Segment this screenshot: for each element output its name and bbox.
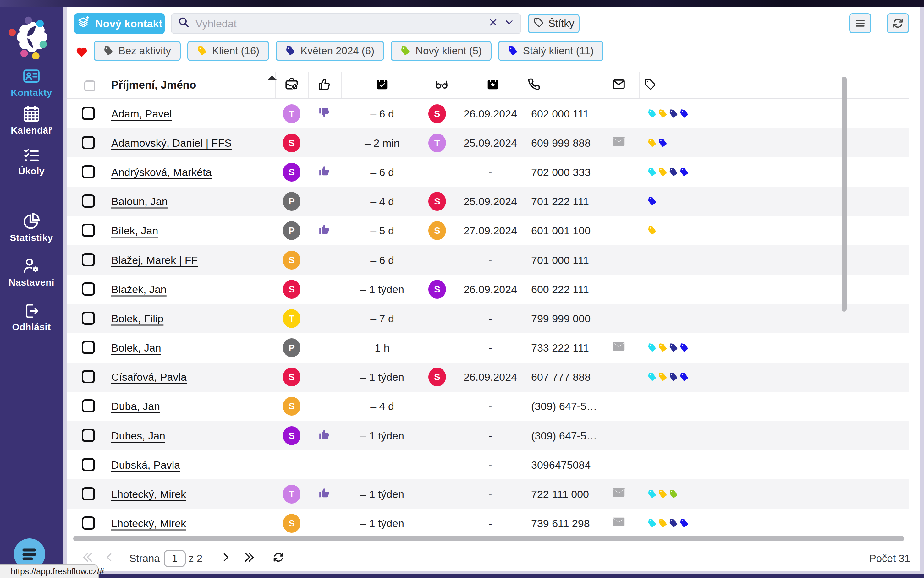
sidebar-item-kalendar[interactable]: Kalendář — [0, 104, 63, 136]
contact-name-link[interactable]: Andrýsková, Markéta — [111, 166, 211, 178]
contact-tags — [647, 489, 678, 499]
search-input[interactable] — [195, 18, 482, 30]
row-checkbox[interactable] — [82, 253, 95, 266]
phone-number: 733 222 111 — [531, 342, 589, 354]
contact-row[interactable]: Blažej, Marek | FF S – 6 d - 701 000 111 — [67, 245, 909, 274]
row-checkbox[interactable] — [82, 458, 95, 471]
list-menu-button[interactable] — [849, 13, 871, 33]
vertical-scrollbar[interactable] — [842, 77, 847, 312]
tag-icon — [669, 489, 678, 499]
row-checkbox[interactable] — [82, 370, 95, 383]
reload-list-button[interactable] — [272, 551, 285, 566]
column-header-phone-icon[interactable] — [528, 78, 541, 93]
current-page-input[interactable]: 1 — [164, 550, 186, 567]
column-header-envelope-icon[interactable] — [612, 77, 626, 94]
filter-chip[interactable]: Klient (16) — [187, 41, 269, 61]
last-activity: – 1 týden — [360, 517, 404, 529]
contact-name-link[interactable]: Duba, Jan — [111, 400, 160, 412]
contact-row[interactable]: Bílek, Jan P – 5 d S 27.09.2024 601 001 … — [67, 216, 909, 245]
next-event-date: - — [488, 429, 492, 442]
last-page-button[interactable] — [242, 551, 255, 566]
column-header-thumb-icon[interactable] — [317, 77, 331, 94]
page-label: Strana — [129, 552, 159, 565]
column-header-name[interactable]: Příjmení, Jméno — [111, 78, 196, 91]
contact-name-link[interactable]: Adam, Pavel — [111, 107, 172, 120]
row-checkbox[interactable] — [82, 224, 95, 237]
contact-row[interactable]: Duba, Jan S – 4 d - (309) 647-5… — [67, 392, 909, 421]
row-checkbox[interactable] — [82, 429, 95, 442]
contact-name-link[interactable]: Bolek, Jan — [111, 342, 161, 354]
next-event-date: - — [488, 400, 492, 412]
contact-name-link[interactable]: Adamovský, Daniel | FFS — [111, 136, 232, 149]
sidebar-item-odhlasit[interactable]: Odhlásit — [0, 302, 63, 332]
next-event-date: 25.09.2024 — [464, 195, 517, 208]
layers-plus-icon — [76, 15, 90, 32]
column-header-calendar-check-icon[interactable] — [376, 78, 389, 93]
row-checkbox[interactable] — [82, 195, 95, 208]
sort-ascending-icon[interactable] — [267, 75, 277, 80]
checklist-icon — [0, 146, 63, 164]
favorites-heart-icon[interactable] — [75, 46, 89, 58]
select-all-checkbox[interactable] — [84, 80, 95, 91]
next-page-button[interactable] — [220, 552, 231, 565]
contact-name-link[interactable]: Lhotecký, Mirek — [111, 488, 186, 500]
contact-row[interactable]: Lhotecký, Mirek S – 1 týden - 739 611 29… — [67, 509, 909, 538]
next-event-date: - — [488, 312, 492, 325]
filter-chip[interactable]: Nový klient (5) — [390, 41, 491, 61]
contact-row[interactable]: Blažek, Jan S – 1 týden S 26.09.2024 600… — [67, 274, 909, 304]
contact-row[interactable]: Bolek, Filip T – 7 d - 799 999 000 — [67, 304, 909, 333]
contact-row[interactable]: Baloun, Jan P – 4 d S 25.09.2024 701 222… — [67, 187, 909, 216]
contact-row[interactable]: Adamovský, Daniel | FFS S – 2 min T 25.0… — [67, 128, 909, 157]
horizontal-scrollbar[interactable] — [73, 536, 904, 541]
row-checkbox[interactable] — [82, 107, 95, 120]
contact-name-link[interactable]: Blažej, Marek | FF — [111, 254, 198, 266]
contact-row[interactable]: Lhotecký, Mirek T – 1 týden - 722 111 00… — [67, 479, 909, 508]
contact-name-link[interactable]: Dubská, Pavla — [111, 459, 180, 471]
contact-row[interactable]: Bolek, Jan P 1 h - 733 222 111 — [67, 333, 909, 362]
filter-chip-label: Bez aktivity — [119, 45, 171, 57]
sidebar-item-label: Nastavení — [0, 277, 63, 288]
row-checkbox[interactable] — [82, 165, 95, 179]
row-checkbox[interactable] — [82, 341, 95, 354]
contact-row[interactable]: Andrýsková, Markéta S – 6 d - 702 000 33… — [67, 157, 909, 187]
row-checkbox[interactable] — [82, 283, 95, 295]
column-header-glasses-icon[interactable] — [434, 77, 449, 94]
row-checkbox[interactable] — [82, 487, 95, 500]
contact-name-link[interactable]: Baloun, Jan — [111, 195, 168, 208]
contact-name-link[interactable]: Císařová, Pavla — [111, 371, 187, 383]
contact-name-link[interactable]: Blažek, Jan — [111, 283, 167, 295]
column-header-tag-icon[interactable] — [644, 78, 656, 93]
filter-chip[interactable]: Stálý klient (11) — [498, 41, 604, 61]
sidebar-item-statistiky[interactable]: Statistiky — [0, 212, 63, 243]
filter-chip[interactable]: Bez aktivity — [94, 41, 181, 61]
contact-row[interactable]: Císařová, Pavla S – 1 týden S 26.09.2024… — [67, 362, 909, 392]
contact-name-link[interactable]: Bolek, Filip — [111, 312, 163, 325]
column-header-calendar-star-icon[interactable] — [486, 78, 499, 93]
sidebar-item-nastaveni[interactable]: Nastavení — [0, 257, 63, 288]
row-checkbox[interactable] — [82, 399, 95, 412]
column-header-briefcase-clock-icon[interactable] — [285, 77, 299, 94]
freshflow-logo[interactable] — [9, 11, 55, 59]
row-checkbox[interactable] — [82, 312, 95, 325]
first-page-button[interactable] — [82, 551, 94, 566]
contact-row[interactable]: Adam, Pavel T – 6 d S 26.09.2024 602 000… — [67, 99, 909, 128]
contacts-table-body: Adam, Pavel T – 6 d S 26.09.2024 602 000… — [67, 99, 909, 542]
chevron-down-icon[interactable] — [504, 17, 514, 30]
contact-name-link[interactable]: Lhotecký, Mirek — [111, 517, 186, 529]
status-bar-url: https://app.freshflow.cz/# — [0, 564, 99, 578]
contact-row[interactable]: Dubes, Jan S – 1 týden - (309) 647-5… — [67, 421, 909, 450]
row-checkbox[interactable] — [82, 136, 95, 149]
tags-button[interactable]: Štítky — [528, 14, 579, 33]
filter-chip[interactable]: Květen 2024 (6) — [276, 41, 384, 61]
previous-page-button[interactable] — [104, 552, 115, 565]
contact-row[interactable]: Dubská, Pavla – - 3096475084 — [67, 450, 909, 479]
refresh-button[interactable] — [887, 13, 909, 33]
row-checkbox[interactable] — [82, 516, 95, 529]
contact-name-link[interactable]: Bílek, Jan — [111, 225, 158, 237]
contact-name-link[interactable]: Dubes, Jan — [111, 429, 165, 442]
new-contact-button[interactable]: Nový kontakt — [74, 13, 165, 34]
sidebar-item-kontakty[interactable]: Kontakty — [0, 67, 63, 98]
sidebar-item-ukoly[interactable]: Úkoly — [0, 146, 63, 177]
clear-search-icon[interactable] — [488, 18, 498, 29]
contact-tags — [647, 372, 689, 382]
